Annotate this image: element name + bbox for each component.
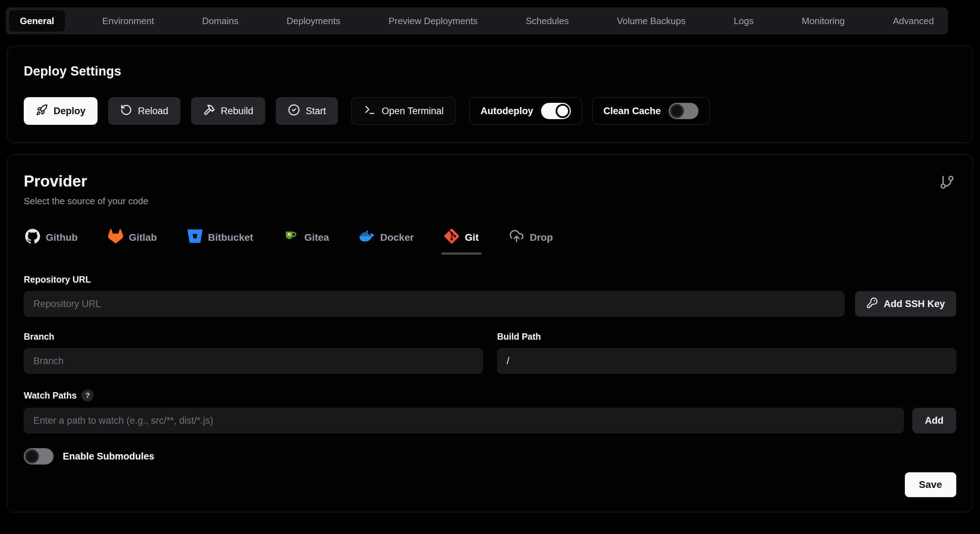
provider-tab-docker-label: Docker xyxy=(380,232,414,243)
open-terminal-button-label: Open Terminal xyxy=(382,106,444,117)
provider-heading-group: Provider Select the source of your code xyxy=(24,172,148,207)
circle-check-icon xyxy=(288,104,300,118)
tab-logs[interactable]: Logs xyxy=(723,10,764,32)
start-button[interactable]: Start xyxy=(276,97,338,125)
clean-cache-switch[interactable] xyxy=(669,103,698,119)
github-icon xyxy=(25,229,40,246)
key-icon xyxy=(867,297,878,311)
provider-tab-github[interactable]: Github xyxy=(24,229,79,254)
repository-url-input[interactable] xyxy=(24,291,845,317)
provider-tab-bitbucket[interactable]: Bitbucket xyxy=(186,229,255,254)
provider-tab-git[interactable]: Git xyxy=(443,229,480,254)
autodeploy-switch[interactable] xyxy=(541,103,571,119)
reload-button[interactable]: Reload xyxy=(108,97,180,125)
provider-title: Provider xyxy=(24,172,148,190)
add-ssh-key-button[interactable]: Add SSH Key xyxy=(855,291,956,317)
tab-schedules[interactable]: Schedules xyxy=(515,10,579,32)
provider-tab-gitea[interactable]: Gitea xyxy=(282,229,331,254)
rocket-icon xyxy=(36,104,48,118)
rebuild-button[interactable]: Rebuild xyxy=(191,97,266,125)
autodeploy-label: Autodeploy xyxy=(480,106,533,117)
settings-tab-bar: General Environment Domains Deployments … xyxy=(6,8,948,34)
clean-cache-switch-knob xyxy=(670,104,684,118)
terminal-icon xyxy=(364,104,376,118)
deploy-button-label: Deploy xyxy=(54,106,86,117)
gitlab-icon xyxy=(108,229,123,246)
tab-advanced[interactable]: Advanced xyxy=(882,10,945,32)
provider-subtitle: Select the source of your code xyxy=(24,196,148,207)
save-row: Save xyxy=(24,472,956,497)
repository-url-label: Repository URL xyxy=(24,275,956,285)
provider-tab-git-label: Git xyxy=(465,232,479,243)
git-icon xyxy=(444,229,459,246)
deploy-button[interactable]: Deploy xyxy=(24,97,97,125)
provider-tab-drop[interactable]: Drop xyxy=(508,229,554,254)
enable-submodules-control: Enable Submodules xyxy=(24,448,956,464)
tab-monitoring[interactable]: Monitoring xyxy=(791,10,855,32)
docker-icon xyxy=(360,229,374,246)
repository-url-field: Repository URL Add SSH Key xyxy=(24,275,956,317)
branch-buildpath-row: Branch Build Path xyxy=(24,332,956,374)
tab-general[interactable]: General xyxy=(9,10,65,32)
provider-tab-gitea-label: Gitea xyxy=(304,232,329,243)
deploy-settings-card: Deploy Settings Deploy Reload Rebuild St… xyxy=(7,46,973,143)
tab-volume-backups[interactable]: Volume Backups xyxy=(606,10,696,32)
provider-tab-drop-label: Drop xyxy=(530,232,553,243)
autodeploy-control: Autodeploy xyxy=(469,97,582,125)
cloud-upload-icon xyxy=(509,229,524,246)
enable-submodules-switch[interactable] xyxy=(24,448,54,464)
open-terminal-button[interactable]: Open Terminal xyxy=(352,97,456,125)
bitbucket-icon xyxy=(188,229,202,246)
provider-tab-bitbucket-label: Bitbucket xyxy=(208,232,253,243)
help-icon[interactable]: ? xyxy=(81,389,94,401)
build-path-field: Build Path xyxy=(497,332,956,374)
provider-card: Provider Select the source of your code … xyxy=(7,154,973,512)
deploy-actions-row: Deploy Reload Rebuild Start Open Termina… xyxy=(24,97,956,125)
branch-label: Branch xyxy=(24,332,483,342)
watch-path-input[interactable] xyxy=(24,408,904,433)
repository-url-row: Add SSH Key xyxy=(24,291,956,317)
autodeploy-switch-knob xyxy=(555,104,570,118)
watch-paths-row: Add xyxy=(24,408,956,433)
reload-button-label: Reload xyxy=(138,106,169,117)
provider-tab-gitlab-label: Gitlab xyxy=(129,232,157,243)
gitea-icon xyxy=(284,229,299,246)
build-path-input[interactable] xyxy=(497,348,956,374)
git-branch-icon xyxy=(939,175,955,191)
enable-submodules-label: Enable Submodules xyxy=(63,451,154,462)
tab-environment[interactable]: Environment xyxy=(91,10,164,32)
provider-tab-gitlab[interactable]: Gitlab xyxy=(107,229,158,254)
save-button[interactable]: Save xyxy=(905,472,956,497)
watch-paths-label-row: Watch Paths ? xyxy=(24,389,956,401)
build-path-label: Build Path xyxy=(497,332,956,342)
provider-tabs: Github Gitlab Bitbucket Gitea Docker Git… xyxy=(24,229,956,254)
rebuild-button-label: Rebuild xyxy=(221,106,253,117)
watch-paths-label: Watch Paths xyxy=(24,390,76,400)
start-button-label: Start xyxy=(305,106,326,117)
provider-tab-github-label: Github xyxy=(46,232,78,243)
branch-field: Branch xyxy=(24,332,483,374)
add-ssh-key-label: Add SSH Key xyxy=(884,299,945,310)
hammer-icon xyxy=(203,104,215,118)
watch-paths-field: Watch Paths ? Add xyxy=(24,389,956,433)
provider-header: Provider Select the source of your code xyxy=(24,172,956,207)
deploy-settings-title: Deploy Settings xyxy=(24,64,956,79)
tab-deployments[interactable]: Deployments xyxy=(276,10,351,32)
branch-input[interactable] xyxy=(24,348,483,374)
refresh-icon xyxy=(120,104,132,118)
enable-submodules-switch-knob xyxy=(25,449,39,463)
add-watch-path-button[interactable]: Add xyxy=(912,408,956,433)
tab-domains[interactable]: Domains xyxy=(191,10,249,32)
clean-cache-control: Clean Cache xyxy=(592,97,710,125)
tab-preview-deployments[interactable]: Preview Deployments xyxy=(378,10,488,32)
provider-tab-docker[interactable]: Docker xyxy=(358,229,415,254)
clean-cache-label: Clean Cache xyxy=(603,106,661,117)
